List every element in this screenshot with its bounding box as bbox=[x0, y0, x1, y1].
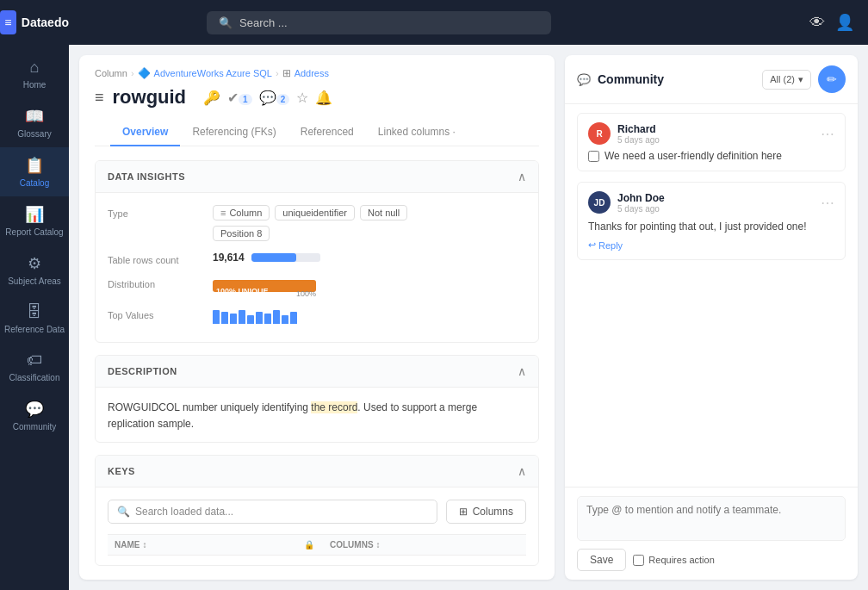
keys-toggle[interactable]: ∧ bbox=[518, 464, 526, 478]
comment-text: Thanks for pointing that out, I just pro… bbox=[588, 219, 834, 234]
sidebar-item-subject-areas[interactable]: ⚙ Subject Areas bbox=[0, 245, 69, 295]
breadcrumb-table-link[interactable]: Address bbox=[294, 68, 329, 78]
main-panel: Column › 🔷 AdventureWorks Azure SQL › ⊞ … bbox=[79, 55, 555, 580]
chevron-down-icon: ▾ bbox=[798, 74, 803, 85]
sidebar-item-label: Subject Areas bbox=[8, 276, 61, 286]
search-bar[interactable]: 🔍 Search ... bbox=[207, 11, 551, 34]
breadcrumb-db-link[interactable]: AdventureWorks Azure SQL bbox=[154, 68, 272, 78]
th-lock: 🔒 bbox=[304, 540, 330, 550]
sidebar-item-classification[interactable]: 🏷 Classification bbox=[0, 343, 69, 391]
data-insights-section: DATA INSIGHTS ∧ Type ≡ Column uniqueiden… bbox=[95, 160, 539, 343]
reference-data-icon: 🗄 bbox=[27, 303, 42, 321]
keys-search[interactable]: 🔍 Search loaded data... bbox=[108, 500, 437, 524]
section-header-keys: KEYS ∧ bbox=[96, 456, 538, 488]
search-icon: 🔍 bbox=[219, 16, 232, 29]
desc-toggle[interactable]: ∧ bbox=[518, 364, 526, 378]
comments-area: R Richard 5 days ago ⋯ We need a user-fr… bbox=[565, 104, 858, 487]
columns-button[interactable]: ⊞ Columns bbox=[446, 500, 526, 524]
user-icon[interactable]: 👤 bbox=[835, 13, 854, 32]
check-icon[interactable]: ✔1 bbox=[227, 90, 252, 106]
sort-icon: ↕ bbox=[376, 540, 381, 550]
sidebar-item-glossary[interactable]: 📖 Glossary bbox=[0, 98, 69, 147]
tv-bar bbox=[264, 314, 271, 324]
top-values-row: Top Values bbox=[108, 307, 526, 324]
app-logo[interactable]: ≡ Dataedo bbox=[0, 0, 69, 45]
comment-meta: John Doe 5 days ago bbox=[617, 192, 814, 214]
sidebar-item-reference-data[interactable]: 🗄 Reference Data bbox=[0, 295, 69, 343]
comment-icon[interactable]: 💬2 bbox=[259, 90, 290, 106]
avatar: JD bbox=[588, 191, 611, 214]
key-icon[interactable]: 🔑 bbox=[203, 90, 220, 106]
main: 🔍 Search ... 👁 👤 Column › 🔷 AdventureWor… bbox=[69, 0, 868, 590]
sidebar-item-community[interactable]: 💬 Community bbox=[0, 391, 69, 440]
tag-not-null: Not null bbox=[360, 205, 407, 220]
tv-bar bbox=[230, 314, 237, 324]
keys-section: KEYS ∧ 🔍 Search loaded data... ⊞ Columns bbox=[95, 455, 539, 566]
columns-icon: ⊞ bbox=[459, 506, 468, 518]
community-action-button[interactable]: ✏ bbox=[818, 65, 846, 93]
progress-bg bbox=[251, 253, 320, 262]
dist-bar-wrap: 100% UNIQUE 100% bbox=[213, 276, 316, 296]
comment-more-icon[interactable]: ⋯ bbox=[821, 126, 834, 142]
insights-toggle[interactable]: ∧ bbox=[518, 170, 526, 183]
community-panel: 💬 Community All (2) ▾ ✏ R Richard bbox=[565, 55, 858, 580]
tab-referenced[interactable]: Referenced bbox=[288, 119, 366, 146]
top-values-bars bbox=[213, 307, 526, 324]
save-button[interactable]: Save bbox=[577, 549, 626, 571]
breadcrumb-context: Column bbox=[95, 68, 127, 78]
comment-textarea[interactable] bbox=[577, 496, 846, 541]
tv-bar bbox=[221, 312, 228, 324]
search-icon: 🔍 bbox=[117, 506, 130, 518]
home-icon: ⌂ bbox=[30, 59, 40, 77]
reply-label: Reply bbox=[598, 240, 623, 251]
comment-more-icon[interactable]: ⋯ bbox=[821, 195, 834, 211]
requires-action-checkbox[interactable] bbox=[633, 555, 644, 566]
distribution-label: Distribution bbox=[108, 276, 202, 289]
reply-button[interactable]: ↩ Reply bbox=[588, 239, 834, 251]
comment-author: John Doe bbox=[617, 192, 814, 204]
search-placeholder: Search ... bbox=[239, 16, 288, 29]
tag-column: ≡ Column bbox=[213, 205, 270, 220]
comment-header: R Richard 5 days ago ⋯ bbox=[588, 122, 834, 145]
dist-pct: 100% bbox=[296, 289, 316, 298]
panel-header: Column › 🔷 AdventureWorks Azure SQL › ⊞ … bbox=[79, 55, 555, 146]
comment-checkbox-text: We need a user-friendly definition here bbox=[604, 150, 782, 162]
sidebar-item-label: Report Catalog bbox=[5, 227, 63, 237]
sidebar-item-label: Reference Data bbox=[4, 325, 65, 334]
tab-overview[interactable]: Overview bbox=[110, 119, 180, 146]
star-icon[interactable]: ☆ bbox=[296, 90, 308, 106]
tag-uniqueidentifier: uniqueidentifier bbox=[275, 205, 355, 220]
sidebar-item-label: Classification bbox=[9, 373, 60, 382]
rows-value-wrap: 19,614 bbox=[213, 252, 526, 264]
bell-icon[interactable]: 🔔 bbox=[315, 90, 332, 106]
tv-bar bbox=[273, 310, 280, 324]
app-name: Dataedo bbox=[22, 16, 69, 29]
panel-body: DATA INSIGHTS ∧ Type ≡ Column uniqueiden… bbox=[79, 146, 555, 580]
desc-body: ROWGUIDCOL number uniquely identifying t… bbox=[96, 388, 538, 444]
comment-author: Richard bbox=[617, 123, 814, 135]
community-icon: 💬 bbox=[25, 400, 44, 419]
catalog-icon: 📋 bbox=[25, 156, 44, 175]
breadcrumb: Column › 🔷 AdventureWorks Azure SQL › ⊞ … bbox=[95, 67, 539, 79]
eye-icon[interactable]: 👁 bbox=[809, 14, 825, 32]
tab-linked-columns[interactable]: Linked columns · bbox=[366, 119, 468, 146]
classification-icon: 🏷 bbox=[27, 351, 42, 370]
requires-action-label: Requires action bbox=[648, 555, 714, 565]
sidebar-item-catalog[interactable]: 📋 Catalog bbox=[0, 147, 69, 196]
position-group: Position 8 bbox=[213, 226, 526, 241]
title-row: ≡ rowguid 🔑 ✔1 💬2 ☆ 🔔 bbox=[95, 86, 539, 109]
comment-card: R Richard 5 days ago ⋯ We need a user-fr… bbox=[577, 113, 846, 171]
comment-checkbox-input[interactable] bbox=[588, 151, 599, 162]
dist-label: 100% UNIQUE bbox=[216, 287, 269, 295]
avatar: R bbox=[588, 122, 611, 145]
top-values-bars-wrap bbox=[213, 307, 526, 324]
tab-referencing[interactable]: Referencing (FKs) bbox=[180, 119, 288, 146]
rows-value: 19,614 bbox=[213, 252, 245, 264]
sidebar-item-home[interactable]: ⌂ Home bbox=[0, 50, 69, 98]
sidebar-item-report-catalog[interactable]: 📊 Report Catalog bbox=[0, 196, 69, 245]
table-icon: ⊞ bbox=[282, 67, 291, 79]
insights-title: DATA INSIGHTS bbox=[108, 171, 185, 182]
community-filter-dropdown[interactable]: All (2) ▾ bbox=[762, 70, 811, 90]
tv-bar bbox=[247, 315, 254, 324]
comment-checkbox-row[interactable]: We need a user-friendly definition here bbox=[588, 150, 834, 162]
